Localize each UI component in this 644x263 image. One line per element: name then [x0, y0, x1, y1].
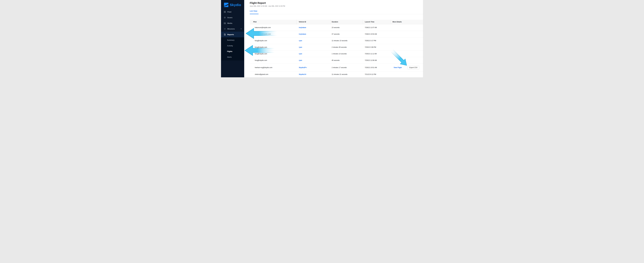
sidebar-item-label: Activity	[227, 45, 233, 47]
page-title: Flight Report	[250, 1, 266, 4]
missions-icon	[224, 28, 226, 30]
table-header-row: Pilot Vehicle ID Duration Launch Time Mo…	[250, 20, 423, 24]
column-header-pilot: Pilot	[250, 20, 296, 24]
more-details-cell	[391, 57, 423, 63]
launch-time-cell: 7/25/22 3:08 PM	[363, 44, 391, 50]
vehicle-id-link[interactable]: Skydio2-8	[299, 73, 306, 75]
drone-icon	[224, 11, 226, 13]
table-row: fong@skydio.com ryan 2 minutes 39 second…	[250, 44, 423, 50]
sidebar-item-scans[interactable]: Scans	[221, 15, 244, 20]
table-row: fong@skydio.com ryan 45 seconds 7/25/22 …	[250, 57, 423, 63]
duration-cell: 37 seconds	[330, 31, 363, 37]
media-icon	[224, 22, 226, 24]
duration-cell: 11 minutes 21 seconds	[330, 71, 363, 77]
table-row: heehan+org@skydio.com Skydio2P-r 2 minut…	[250, 63, 423, 71]
duration-cell: 45 seconds	[330, 57, 363, 63]
more-details-cell	[391, 71, 423, 77]
launch-time-cell: 7/25/22 11:11 AM	[363, 50, 391, 57]
vehicle-id-link[interactable]: ryan	[299, 53, 302, 55]
sidebar: Skydio Fleet	[221, 0, 244, 77]
more-details-cell	[391, 37, 423, 44]
launch-time-cell: 7/26/22 10:53 AM	[363, 31, 391, 37]
duration-cell: 1 minutes 13 seconds	[330, 50, 363, 57]
sidebar-item-label: Fleet	[227, 11, 232, 13]
vehicle-id-link[interactable]: treyhakan	[299, 33, 306, 35]
chevron-down-icon[interactable]	[240, 28, 242, 29]
view-flight-link[interactable]: View Flight	[392, 67, 402, 68]
launch-time-cell: 7/26/22 11:07 AM	[363, 24, 391, 31]
tab-list-view[interactable]: List View	[250, 10, 257, 12]
sidebar-item-label: Media	[227, 22, 232, 24]
vehicle-id-link[interactable]: ryan	[299, 59, 302, 61]
launch-time-cell: 7/25/22 10:51 AM	[363, 63, 391, 71]
pilot-cell: hakanson@skydio.com	[250, 31, 296, 37]
pilot-cell: hakanson@skydio.com	[250, 24, 296, 31]
tab-bar-divider	[250, 14, 423, 14]
table-row: hakanson@skydio.com treyhakan 37 seconds…	[250, 31, 423, 37]
more-details-cell	[391, 44, 423, 50]
sidebar-item-activity[interactable]: Activity	[221, 43, 244, 49]
vehicle-id-link[interactable]: treyhakan	[299, 27, 306, 28]
duration-cell: 11 minutes 13 seconds	[330, 37, 363, 44]
pilot-cell: heehan+org@skydio.com	[250, 63, 296, 71]
more-details-cell	[391, 50, 423, 57]
launch-time-cell: 7/21/22 6:12 PM	[363, 71, 391, 77]
table-row: shidcm@gmail.com Skydio2-8 11 minutes 21…	[250, 71, 423, 77]
export-csv-button[interactable]: Export CSV	[408, 66, 419, 69]
column-header-launch-time: Launch Time	[363, 20, 391, 24]
pilot-cell: fong@skydio.com	[250, 50, 296, 57]
skydio-logo-icon	[224, 2, 228, 7]
launch-time-cell: 7/25/22 3:17 PM	[363, 37, 391, 44]
vehicle-id-link[interactable]: ryan	[299, 46, 302, 48]
pilot-cell: fong@skydio.com	[250, 44, 296, 50]
duration-cell: 2 minutes 17 seconds	[330, 63, 363, 71]
sidebar-item-label: Reports	[227, 33, 234, 35]
sidebar-item-label: Summary	[227, 39, 234, 41]
column-header-duration: Duration	[330, 20, 363, 24]
skydio-logo-text: Skydio	[230, 3, 241, 7]
column-header-more-details: More Details	[391, 20, 423, 24]
table-row: fong@skydio.com ryan 11 minutes 13 secon…	[250, 37, 423, 44]
report-date-range: June 26th, 2022 12:00 AM - July 26th, 20…	[250, 5, 285, 7]
sidebar-item-label: Missions	[227, 28, 235, 30]
table-row: hakanson@skydio.com treyhakan 23 seconds…	[250, 24, 423, 31]
launch-time-cell: 7/25/22 11:08 AM	[363, 57, 391, 63]
vehicle-id-link[interactable]: Skydio2P-r	[299, 67, 307, 68]
scan-icon	[224, 16, 226, 18]
sidebar-nav: Fleet Scans	[221, 9, 244, 60]
column-header-vehicle-id: Vehicle ID	[296, 20, 330, 24]
skydio-logo[interactable]: Skydio	[221, 0, 244, 9]
reports-submenu: Summary Activity Flights Alerts	[221, 37, 244, 60]
sidebar-item-label: Flights	[227, 50, 232, 52]
sidebar-item-media[interactable]: Media	[221, 20, 244, 26]
pilot-cell: shidcm@gmail.com	[250, 71, 296, 77]
sidebar-item-summary[interactable]: Summary	[221, 37, 244, 43]
sidebar-item-missions[interactable]: Missions	[221, 26, 244, 32]
sidebar-item-label: Scans	[227, 16, 232, 18]
vehicle-id-link[interactable]: ryan	[299, 40, 302, 41]
more-details-cell	[391, 31, 423, 37]
pilot-cell: fong@skydio.com	[250, 57, 296, 63]
sidebar-item-fleet[interactable]: Fleet	[221, 9, 244, 15]
skydio-cloud-app: Skydio Fleet	[221, 0, 423, 77]
more-details-cell: View Flight Export CSV	[391, 63, 423, 71]
reports-icon	[224, 33, 226, 35]
sidebar-item-label: Alerts	[227, 56, 232, 58]
table-row: fong@skydio.com ryan 1 minutes 13 second…	[250, 50, 423, 57]
sidebar-item-flights[interactable]: Flights	[221, 49, 244, 54]
pilot-cell: fong@skydio.com	[250, 37, 296, 44]
duration-cell: 23 seconds	[330, 24, 363, 31]
sidebar-item-reports[interactable]: Reports	[221, 32, 244, 37]
flights-table: Pilot Vehicle ID Duration Launch Time Mo…	[250, 20, 423, 77]
duration-cell: 2 minutes 39 seconds	[330, 44, 363, 50]
sidebar-item-alerts[interactable]: Alerts	[221, 54, 244, 60]
more-details-cell	[391, 24, 423, 31]
active-tab-underline	[250, 14, 258, 14]
main-content: Flight Report June 26th, 2022 12:00 AM -…	[244, 0, 423, 77]
